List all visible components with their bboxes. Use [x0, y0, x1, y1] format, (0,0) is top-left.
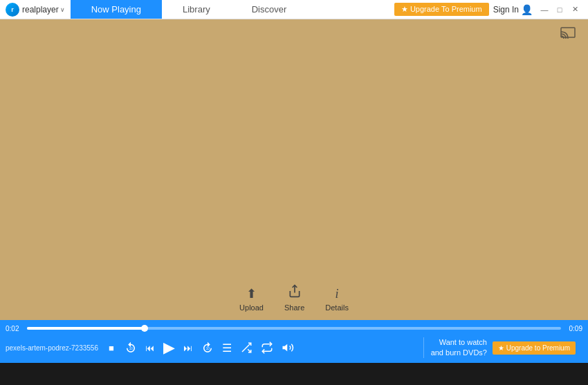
playback-bar: 0:02 0:09 pexels-artem-podrez-7233556 ■ …: [0, 320, 588, 363]
svg-text:10: 10: [206, 347, 210, 350]
upgrade-banner-text: Want to watchand burn DVDs?: [431, 337, 487, 359]
progress-track[interactable]: [27, 327, 561, 330]
video-area: ⬆ Upload Share i Details: [0, 19, 588, 320]
maximize-button[interactable]: □: [552, 2, 567, 17]
details-icon: i: [336, 287, 339, 301]
minimize-button[interactable]: —: [537, 2, 552, 17]
sign-in-button[interactable]: Sign In 👤: [493, 4, 533, 15]
filename: pexels-artem-podrez-7233556: [6, 344, 98, 352]
details-label: Details: [325, 303, 349, 312]
window-controls: — □ ✕: [537, 2, 582, 17]
nav-tabs: Now Playing Library Discover: [71, 0, 389, 19]
share-label: Share: [284, 303, 304, 312]
forward10-button[interactable]: 10: [199, 340, 217, 355]
upload-button[interactable]: ⬆ Upload: [239, 286, 264, 312]
next-track-button[interactable]: ⏭: [181, 341, 196, 355]
logo-text: realplayer: [22, 5, 59, 15]
current-time: 0:02: [6, 325, 23, 332]
details-button[interactable]: i Details: [325, 287, 349, 312]
titlebar-right: ★ Upgrade To Premium Sign In 👤 — □ ✕: [389, 2, 588, 17]
logo-area[interactable]: r realplayer ∨: [0, 3, 71, 17]
progress-fill: [27, 327, 145, 330]
playlist-button[interactable]: ☰: [219, 340, 235, 356]
svg-marker-6: [282, 344, 287, 352]
tab-discover[interactable]: Discover: [231, 0, 308, 19]
signin-label: Sign In: [493, 5, 519, 15]
upgrade-dvd-banner: Want to watchand burn DVDs? ★ Upgrade to…: [423, 337, 582, 359]
rewind10-button[interactable]: 10: [122, 340, 140, 355]
shuffle-button[interactable]: [237, 340, 255, 355]
user-icon: 👤: [521, 4, 533, 15]
realplayer-logo-icon: r: [6, 3, 19, 17]
cast-icon[interactable]: [560, 26, 578, 40]
share-icon: [288, 284, 302, 301]
share-button[interactable]: Share: [284, 284, 304, 312]
progress-section: 0:02 0:09: [0, 320, 588, 334]
titlebar: r realplayer ∨ Now Playing Library Disco…: [0, 0, 588, 19]
upload-icon: ⬆: [246, 286, 257, 301]
close-button[interactable]: ✕: [567, 2, 582, 17]
controls-row: pexels-artem-podrez-7233556 ■ 10 ⏮ ▶ ⏭ 1…: [0, 334, 588, 361]
tab-now-playing[interactable]: Now Playing: [71, 0, 162, 19]
repeat-button[interactable]: [258, 340, 276, 355]
prev-track-button[interactable]: ⏮: [143, 341, 158, 355]
end-time: 0:09: [565, 325, 582, 332]
svg-text:10: 10: [129, 347, 134, 350]
video-canvas: [0, 19, 588, 320]
tab-library[interactable]: Library: [162, 0, 231, 19]
play-button[interactable]: ▶: [160, 337, 178, 358]
logo-chevron-icon[interactable]: ∨: [60, 6, 65, 13]
upgrade-to-premium-dvd-button[interactable]: ★ Upgrade to Premium: [493, 341, 576, 355]
upload-label: Upload: [239, 303, 264, 312]
volume-button[interactable]: [279, 340, 297, 355]
stop-button[interactable]: ■: [104, 341, 119, 355]
upgrade-to-premium-button[interactable]: ★ Upgrade To Premium: [394, 3, 489, 16]
progress-thumb[interactable]: [141, 325, 148, 332]
video-controls-overlay: ⬆ Upload Share i Details: [0, 279, 588, 320]
